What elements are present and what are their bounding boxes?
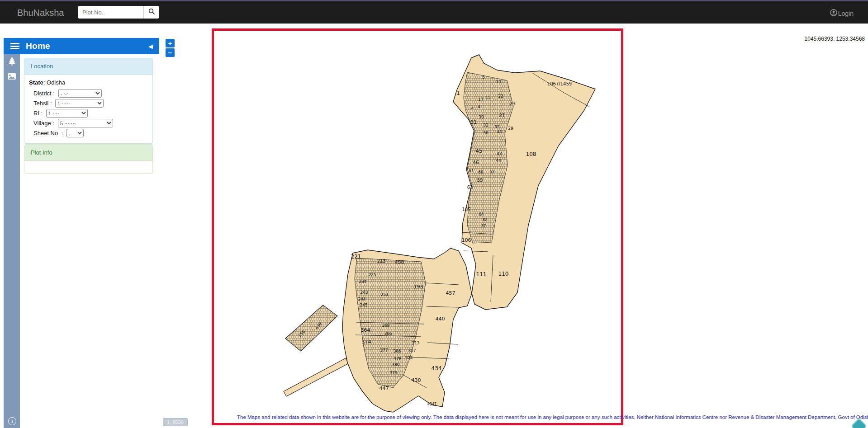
svg-text:59: 59 — [477, 178, 483, 183]
map-viewport[interactable]: 1510241715222321303132333634294543444661… — [212, 28, 623, 425]
svg-text:369: 369 — [382, 323, 389, 328]
svg-text:60: 60 — [478, 170, 484, 174]
ri-label: RI : — [33, 110, 44, 117]
svg-text:374: 374 — [362, 339, 371, 345]
ri-row: RI : 1 ···· — [33, 109, 150, 118]
svg-text:366: 366 — [384, 331, 392, 336]
svg-text:364: 364 — [361, 327, 370, 333]
svg-text:82: 82 — [483, 218, 487, 222]
svg-text:434: 434 — [432, 365, 442, 372]
svg-text:61: 61 — [469, 169, 474, 173]
svg-text:244: 244 — [358, 297, 365, 301]
tehsil-select[interactable]: 1 ····· — [55, 99, 104, 108]
svg-text:440: 440 — [436, 316, 445, 322]
plot-info-body — [24, 161, 152, 173]
tree-icon — [8, 57, 16, 67]
cadastral-map[interactable]: 1510241715222321303132333634294543444661… — [214, 31, 621, 423]
info-icon[interactable]: i — [8, 417, 16, 425]
plot-search-input[interactable] — [78, 6, 144, 19]
user-icon — [830, 9, 837, 18]
menu-icon[interactable] — [10, 43, 19, 49]
ri-select[interactable]: 1 ···· — [46, 109, 88, 118]
login-label: Login — [838, 10, 854, 17]
search-icon — [148, 8, 155, 16]
svg-text:317: 317 — [408, 348, 416, 353]
svg-text:10: 10 — [496, 80, 501, 84]
sheetno-label: Sheet No : — [33, 130, 65, 136]
district-row: District : - ·-· — [33, 89, 150, 98]
district-label: District : — [33, 90, 57, 97]
svg-text:1067/1459: 1067/1459 — [547, 81, 572, 86]
basemap-button[interactable] — [4, 70, 20, 85]
sheetno-select[interactable]: . — [66, 129, 84, 137]
plot-info-title: Plot Info — [24, 145, 152, 161]
svg-text:52: 52 — [489, 169, 494, 174]
svg-text:84: 84 — [479, 212, 484, 216]
login-button[interactable]: Login — [830, 9, 854, 18]
svg-text:2: 2 — [471, 105, 474, 110]
svg-text:5: 5 — [482, 75, 485, 80]
svg-text:31: 31 — [470, 119, 477, 125]
svg-text:29: 29 — [508, 126, 513, 131]
top-navbar: BhuNaksha Login — [0, 1, 868, 24]
svg-text:110: 110 — [498, 271, 509, 277]
svg-text:386: 386 — [393, 349, 401, 353]
sidebar-collapse-icon[interactable]: ◀ — [148, 43, 153, 50]
svg-text:377: 377 — [380, 348, 388, 353]
location-panel: Location State: Odisha District : - ·-· … — [24, 58, 153, 144]
location-panel-title: Location — [24, 58, 152, 75]
plot-search-group — [78, 6, 159, 19]
svg-text:243: 243 — [360, 290, 368, 295]
svg-text:447: 447 — [379, 386, 389, 391]
svg-text:21: 21 — [499, 113, 505, 118]
svg-text:1: 1 — [456, 90, 460, 96]
svg-text:430: 430 — [412, 377, 421, 383]
svg-text:378: 378 — [394, 357, 401, 361]
svg-text:111: 111 — [476, 271, 487, 277]
svg-text:379: 379 — [389, 371, 397, 375]
svg-text:15: 15 — [485, 95, 490, 100]
svg-text:4347: 4347 — [427, 402, 436, 406]
svg-text:457: 457 — [446, 290, 455, 296]
svg-text:450: 450 — [395, 259, 404, 265]
map-tilted-block-parcels — [285, 305, 337, 351]
svg-text:105: 105 — [462, 207, 470, 212]
app-brand: BhuNaksha — [17, 8, 64, 18]
map-disclaimer: The Maps and related data shown in this … — [237, 414, 866, 420]
svg-text:106: 106 — [462, 237, 471, 243]
svg-text:33: 33 — [494, 125, 499, 129]
svg-text:225: 225 — [368, 273, 376, 277]
svg-text:32: 32 — [483, 123, 488, 127]
svg-text:213: 213 — [377, 259, 385, 263]
svg-text:253: 253 — [380, 292, 388, 297]
layers-tree-button[interactable] — [4, 54, 20, 70]
svg-text:22: 22 — [498, 94, 503, 99]
state-label: State — [29, 79, 43, 86]
svg-text:17: 17 — [478, 97, 483, 102]
state-line: State: Odisha — [29, 79, 150, 86]
svg-text:36: 36 — [483, 131, 489, 135]
bhunaksha-app: BhuNaksha Login 1045.66393, 1253.34568 H… — [0, 0, 868, 428]
sidebar-title: Home — [26, 41, 50, 51]
svg-text:46: 46 — [473, 160, 479, 165]
svg-text:43: 43 — [497, 151, 502, 156]
svg-text:87: 87 — [481, 224, 486, 228]
svg-text:245: 245 — [360, 303, 367, 307]
svg-text:324: 324 — [405, 356, 413, 360]
district-select[interactable]: - ·-· — [58, 89, 102, 98]
map-scale-badge: 1: 8530 — [163, 418, 188, 426]
svg-text:193: 193 — [414, 284, 423, 290]
village-select[interactable]: 5 ······· — [58, 119, 113, 127]
svg-text:221: 221 — [351, 254, 361, 260]
search-button[interactable] — [144, 6, 159, 19]
zoom-in-button[interactable]: + — [166, 39, 175, 47]
state-value: : Odisha — [43, 79, 65, 86]
zoom-out-button[interactable]: − — [166, 48, 175, 57]
map-southwest-spur — [284, 358, 348, 396]
sidebar-icon-strip: i — [4, 54, 20, 428]
sidebar-header: Home ◀ — [4, 38, 159, 54]
svg-text:23: 23 — [509, 101, 516, 107]
village-label: Village : — [33, 120, 56, 127]
svg-text:30: 30 — [479, 115, 484, 119]
svg-text:234: 234 — [359, 279, 366, 284]
